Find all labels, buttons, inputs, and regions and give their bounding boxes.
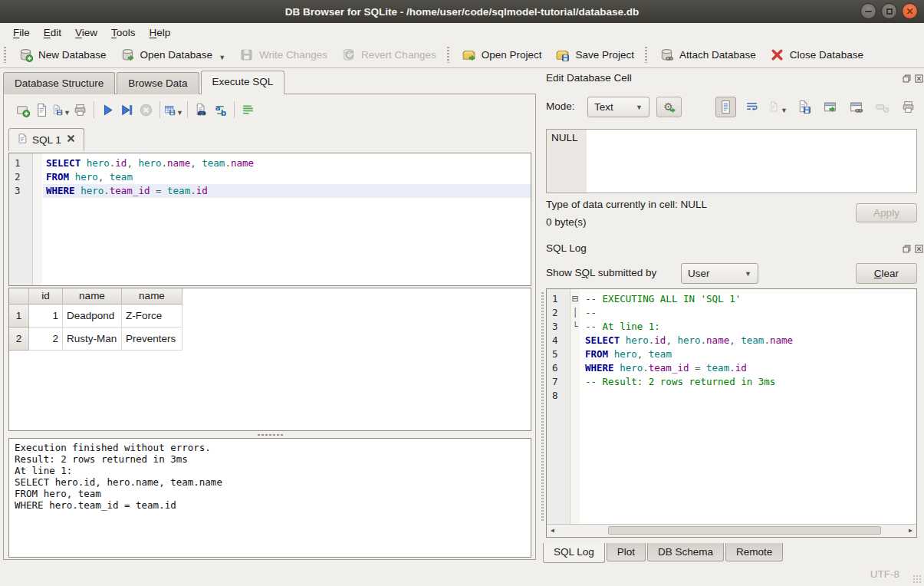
code-text: -- xyxy=(584,306,916,320)
bottom-tab-remote[interactable]: Remote xyxy=(725,543,783,561)
token-op: , xyxy=(637,348,649,360)
find-icon[interactable] xyxy=(192,100,211,119)
token-op: . xyxy=(225,157,231,169)
close-panel-icon[interactable] xyxy=(914,244,923,253)
save-sql-file-icon[interactable]: ▼ xyxy=(51,100,71,119)
menu-view[interactable]: View xyxy=(68,25,104,41)
close-database-button[interactable]: Close Database xyxy=(763,44,870,65)
sql-log-filter-select[interactable]: User ▼ xyxy=(681,263,758,284)
tab-close-icon[interactable] xyxy=(66,133,76,146)
toolbar-button-label: Close Database xyxy=(790,49,863,61)
text-mode-icon[interactable] xyxy=(715,97,736,117)
save-project-button[interactable]: Save Project xyxy=(548,44,641,65)
results-message-splitter[interactable] xyxy=(8,431,531,438)
save-results-icon[interactable]: ▼ xyxy=(164,100,183,119)
cell-type-info: Type of data currently in cell: NULL xyxy=(546,199,707,210)
float-panel-icon[interactable] xyxy=(902,244,911,253)
print-icon[interactable] xyxy=(898,97,919,117)
column-header-id[interactable]: id xyxy=(29,288,63,305)
bottom-tab-db-schema[interactable]: DB Schema xyxy=(647,543,724,561)
new-sql-tab-icon[interactable] xyxy=(13,100,32,119)
table-cell[interactable]: 2 xyxy=(29,328,63,351)
cell-value-editor[interactable]: NULL xyxy=(546,129,917,193)
column-header-name[interactable]: name xyxy=(122,288,182,305)
open-project-button[interactable]: Open Project xyxy=(455,44,549,65)
token-cmt: -- EXECUTING ALL IN 'SQL 1' xyxy=(585,293,741,305)
open-database-button[interactable]: Open Database▼ xyxy=(113,44,233,65)
maximize-icon xyxy=(886,8,893,15)
scroll-left-icon[interactable]: ◀ xyxy=(547,525,558,536)
toolbar-button-label: Open Database xyxy=(140,49,213,61)
line-number: 7 xyxy=(547,375,570,389)
toolbar-drag-handle[interactable] xyxy=(644,46,648,63)
scrollbar-thumb[interactable] xyxy=(608,526,881,535)
format-sql-icon[interactable] xyxy=(238,100,258,119)
token-op: . xyxy=(104,185,110,196)
code-text: -- At line 1: xyxy=(584,320,916,334)
toolbar-separator xyxy=(94,101,94,118)
token-op: . xyxy=(764,334,770,346)
bottom-tab-plot[interactable]: Plot xyxy=(607,543,646,561)
attach-database-button[interactable]: Attach Database xyxy=(653,44,763,65)
titlebar[interactable]: DB Browser for SQLite - /home/user/code/… xyxy=(0,0,924,23)
minimize-button[interactable] xyxy=(860,3,876,19)
token-tbl: hero xyxy=(626,334,649,346)
column-header-name[interactable]: name xyxy=(63,288,122,305)
menu-tools[interactable]: Tools xyxy=(104,25,143,41)
toolbar-drag-handle[interactable] xyxy=(446,46,450,63)
table-cell[interactable]: Rusty-Man xyxy=(63,328,122,351)
clear-log-button[interactable]: Clear xyxy=(856,263,917,284)
cell-mode-select[interactable]: Text ▼ xyxy=(587,97,649,117)
print-icon[interactable] xyxy=(71,100,90,119)
execute-current-line-icon[interactable] xyxy=(117,100,136,119)
code-text xyxy=(584,389,916,403)
table-cell[interactable]: Preventers xyxy=(122,328,182,351)
menu-file[interactable]: File xyxy=(6,25,37,41)
float-panel-icon[interactable] xyxy=(902,74,911,83)
export-icon[interactable] xyxy=(794,97,814,117)
dock-drag-handle[interactable] xyxy=(541,291,544,522)
execute-all-icon[interactable] xyxy=(98,100,117,119)
save-project-icon xyxy=(555,48,570,62)
table-cell[interactable]: Z-Force xyxy=(122,305,182,328)
table-cell[interactable]: Deadpond xyxy=(63,305,122,328)
fold-marker-icon[interactable]: ⊟ xyxy=(571,292,580,306)
copy-link-icon[interactable] xyxy=(846,97,866,117)
open-external-icon[interactable] xyxy=(820,97,840,117)
results-header-row: idnamename xyxy=(9,288,531,305)
sql-file-tab-sql-1[interactable]: SQL 1 xyxy=(8,128,84,151)
resize-grip-icon[interactable] xyxy=(912,574,922,584)
toolbar-drag-handle[interactable] xyxy=(3,46,7,63)
token-op: , xyxy=(98,171,110,183)
open-sql-file-icon[interactable] xyxy=(32,100,51,119)
execution-message-box[interactable]: Execution finished without errors. Resul… xyxy=(8,438,531,558)
row-number-cell[interactable]: 1 xyxy=(9,305,29,328)
new-database-button[interactable]: New Database xyxy=(12,44,113,65)
sql-log-view[interactable]: 1⊟-- EXECUTING ALL IN 'SQL 1'2│--3└-- At… xyxy=(546,288,917,538)
sql-editor[interactable]: 1SELECT hero.id, hero.name, team.name2FR… xyxy=(8,153,531,286)
close-button[interactable]: ✕ xyxy=(902,3,918,19)
scroll-right-icon[interactable]: ▶ xyxy=(905,525,916,536)
tab-database-structure[interactable]: Database Structure xyxy=(3,72,115,94)
token-op: , xyxy=(127,157,138,169)
table-cell[interactable]: 1 xyxy=(29,305,63,328)
menu-edit[interactable]: Edit xyxy=(37,25,68,41)
menu-help[interactable]: Help xyxy=(143,25,178,41)
maximize-button[interactable] xyxy=(881,3,897,19)
code-text: WHERE hero.team_id = team.id xyxy=(584,361,916,375)
bottom-tab-sql-log[interactable]: SQL Log xyxy=(543,543,605,563)
close-panel-icon[interactable] xyxy=(914,74,923,83)
log-horizontal-scrollbar[interactable]: ◀ ▶ xyxy=(547,524,916,537)
results-grid[interactable]: idnamename 11DeadpondZ-Force22Rusty-ManP… xyxy=(8,288,531,431)
word-wrap-icon[interactable] xyxy=(742,97,762,117)
fold-marker-icon[interactable]: │ xyxy=(571,306,580,320)
find-replace-icon[interactable]: ab xyxy=(211,100,230,119)
token-kw: SELECT xyxy=(46,157,87,169)
apply-mode-button[interactable]: ⚙ xyxy=(656,97,682,117)
tab-browse-data[interactable]: Browse Data xyxy=(117,72,199,94)
token-fld: id xyxy=(735,362,747,374)
token-fld: team_id xyxy=(649,362,689,374)
row-number-cell[interactable]: 2 xyxy=(9,328,29,351)
fold-marker-icon[interactable]: └ xyxy=(571,320,580,334)
tab-execute-sql[interactable]: Execute SQL xyxy=(201,71,285,94)
